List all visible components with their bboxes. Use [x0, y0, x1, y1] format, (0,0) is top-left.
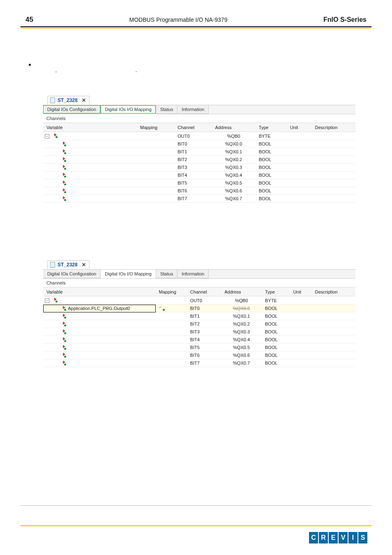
- open-quote: ‘: [55, 70, 57, 76]
- channels-section-label: Channels: [43, 114, 355, 123]
- col-address[interactable]: Address: [221, 288, 262, 296]
- variable-icon: [60, 165, 65, 169]
- variable-icon: [52, 298, 57, 302]
- table-row[interactable]: BIT5%QX0.5BOOL: [43, 179, 355, 187]
- tab-mapping[interactable]: Digital IOs I/O Mapping: [101, 105, 156, 114]
- logo-letter: V: [339, 532, 348, 543]
- table-row[interactable]: BIT3%QX0.3BOOL: [43, 328, 355, 336]
- crevis-logo: CREVIS: [309, 532, 367, 543]
- doc-title: MODBUS Programmable I/O NA-9379: [129, 16, 228, 23]
- col-type[interactable]: Type: [256, 123, 287, 132]
- tab-status[interactable]: Status: [156, 270, 178, 278]
- file-tab-label: ST_2328: [58, 262, 78, 268]
- mapping-table-2: Variable Mapping Channel Address Type Un…: [43, 287, 355, 367]
- page-number: 45: [25, 16, 33, 24]
- tree-collapse-icon[interactable]: −: [45, 134, 49, 139]
- variable-icon: [60, 173, 65, 177]
- variable-icon: [60, 345, 65, 349]
- table-row[interactable]: −OUT0%QB0BYTE: [43, 132, 355, 140]
- logo-letter: S: [358, 532, 367, 543]
- logo-letter: E: [329, 532, 338, 543]
- table-row[interactable]: BIT3%QX0.3BOOL: [43, 164, 355, 171]
- col-description[interactable]: Description: [312, 288, 355, 296]
- table-row[interactable]: BIT1%QX0.1BOOL: [43, 312, 355, 320]
- table-row[interactable]: BIT7%QX0.7BOOL: [43, 195, 355, 203]
- variable-icon: [60, 149, 65, 153]
- col-mapping[interactable]: Mapping: [137, 123, 174, 132]
- file-tab-label: ST_2328: [58, 97, 78, 103]
- file-tab[interactable]: ST_2328 ✕: [47, 260, 90, 269]
- col-channel[interactable]: Channel: [187, 288, 221, 296]
- table-row[interactable]: BIT2%QX0.2BOOL: [43, 156, 355, 164]
- tab-status[interactable]: Status: [156, 105, 178, 114]
- tab-info[interactable]: Information: [178, 270, 209, 278]
- col-channel[interactable]: Channel: [174, 123, 212, 132]
- tab-strip: Digital IOs Configuration Digital IOs I/…: [43, 105, 355, 114]
- variable-path: Application.PLC_PRG.Output0: [68, 306, 129, 311]
- variable-icon: [60, 196, 65, 200]
- document-icon: [50, 262, 55, 268]
- table-row[interactable]: BIT0%QX0.0BOOL: [43, 140, 355, 148]
- logo-letter: R: [319, 532, 328, 543]
- table-row[interactable]: Application.PLC_PRG.Output0BIT0%QX0.0BOO…: [43, 305, 355, 312]
- variable-icon: [60, 180, 65, 185]
- channels-section-label: Channels: [43, 279, 355, 287]
- logo-letter: C: [309, 532, 318, 543]
- tab-config[interactable]: Digital IOs Configuration: [43, 105, 101, 114]
- file-tab[interactable]: ST_2328 ✕: [47, 96, 90, 104]
- variable-icon: [60, 321, 65, 326]
- close-icon[interactable]: ✕: [82, 97, 86, 103]
- table-row[interactable]: −OUT0%QB0BYTE: [43, 296, 355, 305]
- variable-icon: [60, 306, 65, 310]
- logo-letter: I: [348, 532, 357, 543]
- header-rule-dark: [21, 26, 371, 27]
- tab-info[interactable]: Information: [178, 105, 209, 114]
- mapping-icon: [159, 306, 164, 310]
- mapping-table-1: Variable Mapping Channel Address Type Un…: [43, 123, 355, 203]
- table-row[interactable]: BIT1%QX0.1BOOL: [43, 148, 355, 156]
- table-row[interactable]: BIT5%QX0.5BOOL: [43, 344, 355, 352]
- series-label: FnIO S-Series: [323, 16, 367, 23]
- tree-collapse-icon[interactable]: −: [45, 298, 49, 303]
- col-variable[interactable]: Variable: [43, 288, 156, 296]
- mapping-panel-1: ST_2328 ✕ Digital IOs Configuration Digi…: [43, 96, 355, 203]
- tab-strip: Digital IOs Configuration Digital IOs I/…: [43, 269, 355, 279]
- close-icon[interactable]: ✕: [82, 262, 86, 268]
- col-unit[interactable]: Unit: [290, 288, 311, 296]
- bullet-icon: [29, 64, 31, 66]
- table-row[interactable]: BIT4%QX0.4BOOL: [43, 336, 355, 344]
- table-row[interactable]: BIT6%QX0.6BOOL: [43, 352, 355, 359]
- col-description[interactable]: Description: [312, 123, 355, 132]
- page-header: 45 MODBUS Programmable I/O NA-9379 FnIO …: [0, 0, 392, 26]
- tab-config[interactable]: Digital IOs Configuration: [43, 270, 101, 278]
- footer-rule-accent: [21, 525, 371, 526]
- header-rule-accent: [21, 28, 371, 28]
- variable-icon: [52, 133, 57, 137]
- variable-icon: [60, 141, 65, 146]
- variable-icon: [60, 337, 65, 341]
- variable-icon: [60, 157, 65, 161]
- col-type[interactable]: Type: [262, 288, 290, 296]
- variable-icon: [60, 314, 65, 318]
- variable-icon: [60, 353, 65, 357]
- close-quote: ’: [136, 70, 137, 76]
- variable-icon: [60, 361, 65, 365]
- col-variable[interactable]: Variable: [43, 123, 137, 132]
- table-row[interactable]: BIT2%QX0.2BOOL: [43, 320, 355, 328]
- table-row[interactable]: BIT6%QX0.6BOOL: [43, 187, 355, 195]
- col-mapping[interactable]: Mapping: [156, 288, 187, 296]
- col-address[interactable]: Address: [212, 123, 255, 132]
- mapping-panel-2: ST_2328 ✕ Digital IOs Configuration Digi…: [43, 260, 355, 367]
- table-row[interactable]: BIT4%QX0.4BOOL: [43, 171, 355, 179]
- document-icon: [50, 97, 55, 103]
- col-unit[interactable]: Unit: [287, 123, 312, 132]
- footer-rule-light: [21, 505, 371, 506]
- tab-mapping[interactable]: Digital IOs I/O Mapping: [101, 270, 156, 278]
- variable-icon: [60, 329, 65, 333]
- table-row[interactable]: BIT7%QX0.7BOOL: [43, 359, 355, 367]
- variable-icon: [60, 188, 65, 192]
